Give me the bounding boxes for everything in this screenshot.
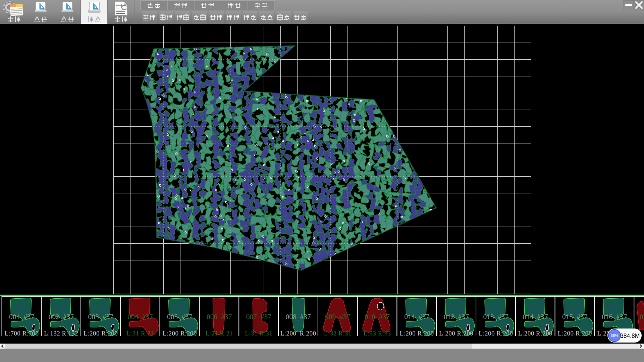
svg-text:001_#37: 001_#37 [9,313,35,321]
svg-text:L:700 R:700: L:700 R:700 [4,330,39,337]
svg-text:0: 0 [640,313,643,321]
svg-text:L:200_R:200: L:200_R:200 [280,330,316,337]
svg-text:003_#37: 003_#37 [88,313,113,321]
svg-text:L:200 R:200: L:200 R:200 [399,330,434,337]
svg-text:009_#37: 009_#37 [325,313,351,321]
svg-text:016_#37: 016_#37 [602,313,627,321]
svg-text:L:200 R:200: L:200 R:200 [479,330,513,337]
svg-text:013_#37: 013_#37 [483,313,508,321]
svg-text:002_#37: 002_#37 [49,313,74,321]
svg-text:L:200 R:200: L:200 R:200 [163,330,197,337]
svg-text:006_#37: 006_#37 [207,313,232,321]
svg-text:008_#37: 008_#37 [285,313,311,321]
svg-text:L:32 R:31: L:32 R:31 [324,330,352,337]
svg-text:012_#37: 012_#37 [444,313,469,321]
svg-text:015_#37: 015_#37 [562,313,588,321]
svg-text:004_#37: 004_#37 [127,313,153,321]
svg-text:007_#37: 007_#37 [246,313,272,321]
svg-text:005_#37: 005_#37 [167,313,193,321]
svg-text:L:31 R:31: L:31 R:31 [126,330,154,337]
svg-text:L:132 R:132: L:132 R:132 [44,330,78,337]
svg-text:L:200 R:200: L:200 R:200 [558,330,592,337]
svg-text:010_#37: 010_#37 [365,313,390,321]
svg-text:L:31 R:31: L:31 R:31 [245,330,272,337]
svg-text:011_#37: 011_#37 [404,313,429,321]
svg-text:L:33 R:33: L:33 R:33 [364,330,391,337]
svg-text:L:200 R:200: L:200 R:200 [518,330,552,337]
svg-text:L:21 R:21: L:21 R:21 [205,330,233,337]
svg-text:L:200 R:200: L:200 R:200 [84,330,118,337]
svg-text:014_#37: 014_#37 [523,313,548,321]
svg-text:L:200 R:200: L:200 R:200 [439,330,473,337]
